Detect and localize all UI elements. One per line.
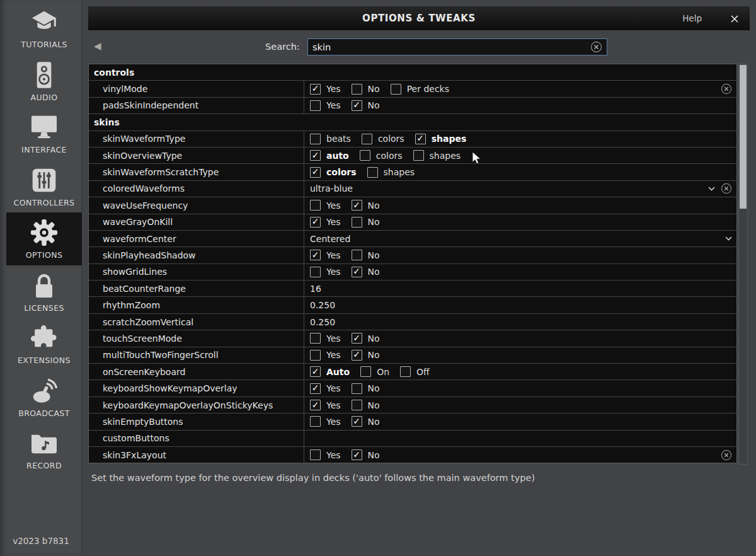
checkbox-checked[interactable]: ✓: [415, 134, 426, 144]
option-yes[interactable]: ✓Yes: [310, 217, 341, 228]
checkbox-checked[interactable]: ✓: [310, 400, 321, 410]
checkbox-checked[interactable]: ✓: [310, 150, 321, 161]
checkbox-unchecked[interactable]: [360, 150, 370, 161]
checkbox-unchecked[interactable]: [310, 333, 321, 344]
option-no[interactable]: ✓No: [352, 100, 380, 111]
checkbox-unchecked[interactable]: [400, 366, 411, 377]
option-yes[interactable]: ✓Yes: [310, 250, 341, 260]
option-no[interactable]: ✓No: [352, 350, 380, 361]
chevron-down-icon[interactable]: [708, 187, 715, 191]
setting-value-cell[interactable]: 0.250: [304, 314, 736, 330]
checkbox-unchecked[interactable]: [310, 267, 321, 277]
checkbox-checked[interactable]: ✓: [310, 250, 321, 260]
checkbox-unchecked[interactable]: [352, 383, 362, 394]
option-no[interactable]: No: [352, 217, 380, 228]
option-off[interactable]: Off: [400, 366, 430, 377]
sidebar-item-controllers[interactable]: CONTROLLERS: [6, 160, 82, 213]
sidebar-item-extensions[interactable]: EXTENSIONS: [6, 318, 82, 371]
chevron-down-icon[interactable]: [725, 236, 732, 241]
checkbox-unchecked[interactable]: [310, 449, 321, 460]
option-no[interactable]: No: [352, 84, 380, 95]
reset-icon[interactable]: [721, 183, 732, 194]
option-no[interactable]: ✓No: [352, 267, 380, 277]
dropdown-value[interactable]: ultra-blue: [310, 183, 353, 194]
option-no[interactable]: No: [352, 250, 380, 260]
option-colors[interactable]: colors: [360, 150, 403, 161]
checkbox-unchecked[interactable]: [310, 350, 321, 361]
value-field[interactable]: 0.250: [310, 317, 335, 327]
option-colors[interactable]: colors: [362, 134, 404, 144]
sidebar-item-record[interactable]: RECORD: [6, 423, 82, 476]
checkbox-unchecked[interactable]: [310, 200, 321, 211]
option-no[interactable]: ✓No: [352, 416, 380, 427]
checkbox-unchecked[interactable]: [362, 134, 372, 144]
checkbox-checked[interactable]: ✓: [352, 200, 362, 211]
option-on[interactable]: On: [360, 366, 389, 377]
back-arrow-icon[interactable]: ◀: [94, 40, 101, 52]
option-beats[interactable]: beats: [310, 134, 351, 144]
checkbox-checked[interactable]: ✓: [352, 416, 362, 427]
option-auto[interactable]: ✓Auto: [310, 366, 350, 377]
checkbox-unchecked[interactable]: [310, 416, 321, 427]
reset-icon[interactable]: [721, 83, 732, 95]
sidebar-item-interface[interactable]: INTERFACE: [6, 107, 82, 160]
search-value[interactable]: skin: [312, 42, 590, 52]
setting-value-cell[interactable]: 16: [304, 281, 736, 296]
option-yes[interactable]: ✓Yes: [310, 383, 341, 394]
checkbox-checked[interactable]: ✓: [352, 350, 362, 361]
checkbox-checked[interactable]: ✓: [352, 267, 362, 277]
option-yes[interactable]: Yes: [310, 100, 341, 111]
option-yes[interactable]: Yes: [310, 449, 341, 460]
checkbox-unchecked[interactable]: [352, 250, 362, 260]
option-no[interactable]: No: [352, 400, 380, 410]
option-shapes[interactable]: shapes: [413, 150, 461, 161]
sidebar-item-broadcast[interactable]: BROADCAST: [6, 371, 82, 424]
search-input[interactable]: skin: [307, 38, 607, 55]
option-yes[interactable]: Yes: [310, 267, 341, 277]
checkbox-unchecked[interactable]: [352, 84, 362, 95]
checkbox-checked[interactable]: ✓: [310, 366, 321, 377]
checkbox-unchecked[interactable]: [352, 217, 362, 228]
sidebar-item-tutorials[interactable]: TUTORIALS: [6, 2, 82, 55]
clear-search-icon[interactable]: [590, 41, 602, 53]
checkbox-unchecked[interactable]: [413, 150, 424, 161]
help-button[interactable]: Help: [682, 13, 702, 23]
option-no[interactable]: ✓No: [352, 200, 380, 211]
value-field[interactable]: 16: [310, 284, 321, 294]
sidebar-item-options[interactable]: OPTIONS: [6, 212, 82, 265]
checkbox-unchecked[interactable]: [310, 134, 321, 144]
option-shapes[interactable]: shapes: [367, 167, 415, 178]
option-no[interactable]: ✓No: [352, 449, 380, 460]
dropdown-value[interactable]: Centered: [310, 234, 350, 244]
setting-value-cell[interactable]: 0.250: [304, 297, 736, 313]
checkbox-checked[interactable]: ✓: [310, 383, 321, 394]
option-yes[interactable]: Yes: [310, 333, 341, 344]
option-colors[interactable]: ✓colors: [310, 167, 357, 178]
setting-value-cell[interactable]: ultra-blue: [304, 181, 736, 197]
option-no[interactable]: ✓No: [352, 333, 380, 344]
checkbox-checked[interactable]: ✓: [310, 84, 321, 95]
option-shapes[interactable]: ✓shapes: [415, 134, 467, 144]
option-per-decks[interactable]: Per decks: [391, 84, 449, 95]
checkbox-checked[interactable]: ✓: [310, 167, 321, 178]
option-auto[interactable]: ✓auto: [310, 150, 349, 161]
option-yes[interactable]: Yes: [310, 200, 341, 211]
sidebar-item-licenses[interactable]: LICENSES: [6, 265, 82, 318]
checkbox-unchecked[interactable]: [310, 100, 321, 111]
value-field[interactable]: 0.250: [310, 300, 335, 310]
option-yes[interactable]: ✓Yes: [310, 84, 341, 95]
checkbox-checked[interactable]: ✓: [352, 100, 362, 111]
setting-value-cell[interactable]: Centered: [304, 231, 736, 246]
option-yes[interactable]: Yes: [310, 350, 341, 361]
table-scrollbar[interactable]: [738, 64, 748, 465]
sidebar-item-audio[interactable]: AUDIO: [6, 55, 82, 108]
reset-icon[interactable]: [721, 449, 732, 461]
close-icon[interactable]: [730, 14, 739, 23]
checkbox-checked[interactable]: ✓: [352, 333, 362, 344]
option-yes[interactable]: ✓Yes: [310, 400, 341, 410]
option-yes[interactable]: Yes: [310, 416, 341, 427]
checkbox-unchecked[interactable]: [360, 366, 371, 377]
option-no[interactable]: No: [352, 383, 380, 394]
checkbox-unchecked[interactable]: [352, 400, 362, 410]
checkbox-checked[interactable]: ✓: [352, 449, 362, 460]
